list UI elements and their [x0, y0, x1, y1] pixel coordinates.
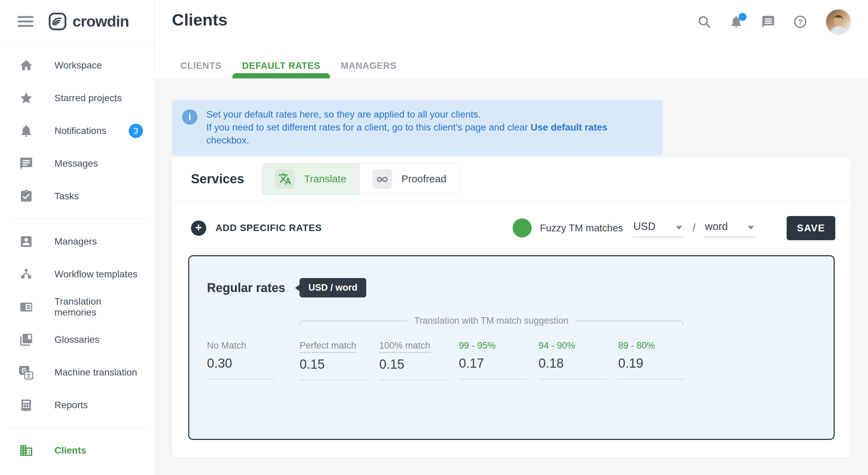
calculator-icon: [19, 398, 33, 412]
rate-col-94-90: 94 - 90% 0.18: [539, 340, 606, 381]
topbar-actions: ?: [697, 7, 852, 36]
tm-match-group-brace: Translation with TM match suggestion: [300, 321, 683, 326]
info-icon: i: [182, 109, 197, 125]
toolbar-right: Fuzzy TM matches USD / word SAVE: [504, 216, 835, 240]
services-heading: Services: [191, 172, 244, 186]
info-banner-text: Set your default rates here, so they are…: [206, 108, 653, 147]
chevron-down-icon: [748, 226, 754, 230]
rate-col-no-match: No Match 0.30: [207, 340, 274, 381]
bell-icon: [19, 124, 33, 138]
sidebar-item-notifications[interactable]: Notifications 3: [0, 114, 155, 147]
rate-input-no-match[interactable]: 0.30: [207, 356, 274, 371]
regular-rates-title: Regular rates: [207, 281, 285, 295]
tm-match-group-label: Translation with TM match suggestion: [414, 316, 568, 326]
search-icon[interactable]: [697, 15, 711, 29]
default-rates-card: Services Translate Proofread: [172, 157, 851, 458]
star-icon: [19, 91, 33, 105]
books-icon: [19, 333, 33, 347]
hamburger-menu-icon[interactable]: [18, 14, 33, 29]
main-area: Clients ?: [155, 0, 868, 475]
glasses-icon: [372, 169, 392, 189]
currency-select[interactable]: USD: [632, 218, 684, 238]
rate-col-99-95: 99 - 95% 0.17: [459, 340, 526, 381]
rate-input-perfect-match[interactable]: 0.15: [300, 357, 367, 372]
help-icon[interactable]: ?: [793, 15, 807, 29]
sidebar-item-managers[interactable]: Managers: [0, 225, 155, 258]
notifications-count-badge: 3: [129, 124, 143, 138]
services-row: Services Translate Proofread: [172, 157, 851, 201]
message-icon: [19, 156, 33, 171]
machine-translation-icon: G 文: [19, 365, 33, 380]
sidebar-item-clients[interactable]: Clients: [0, 434, 155, 467]
rate-input-99-95[interactable]: 0.17: [459, 356, 526, 371]
svg-text:?: ?: [798, 18, 802, 26]
page-title: Clients: [172, 10, 227, 29]
chevron-down-icon: [676, 226, 682, 230]
clipboard-check-icon: [19, 189, 33, 203]
translation-memory-icon: [19, 300, 33, 314]
notifications-bell-icon[interactable]: [729, 15, 743, 29]
workflow-icon: [19, 267, 33, 281]
info-banner: i Set your default rates here, so they a…: [172, 100, 663, 156]
page-header: Clients ?: [155, 0, 868, 79]
sidebar-item-starred-projects[interactable]: Starred projects: [0, 82, 155, 114]
sidebar-item-workflow-templates[interactable]: Workflow templates: [0, 258, 155, 291]
rates-grid: Translation with TM match suggestion No …: [207, 321, 816, 381]
chat-icon[interactable]: [761, 15, 775, 29]
sidebar-header: crowdin: [0, 0, 155, 43]
sidebar-item-glossaries[interactable]: Glossaries: [0, 323, 155, 356]
unit-select[interactable]: word: [704, 218, 755, 238]
rate-columns: No Match 0.30 Perfect match 0.15 100% ma…: [207, 340, 816, 381]
rate-input-100-match[interactable]: 0.15: [379, 357, 447, 372]
fuzzy-tm-toggle[interactable]: [504, 221, 530, 234]
sidebar-item-translation-memories[interactable]: Translation memories: [0, 291, 155, 323]
add-specific-rates-button[interactable]: + ADD SPECIFIC RATES: [191, 220, 322, 236]
rate-input-89-80[interactable]: 0.19: [618, 356, 686, 371]
sidebar-item-messages[interactable]: Messages: [0, 147, 155, 180]
rate-input-94-90[interactable]: 0.18: [539, 356, 606, 371]
regular-rates-panel: Regular rates USD / word Translation wit…: [188, 255, 835, 440]
service-translate-button[interactable]: Translate: [262, 164, 359, 195]
rate-col-89-80: 89 - 80% 0.19: [618, 340, 686, 381]
tab-clients[interactable]: CLIENTS: [171, 53, 231, 78]
fuzzy-tm-label: Fuzzy TM matches: [540, 223, 623, 234]
service-proofread-label: Proofread: [401, 173, 446, 185]
service-proofread-button[interactable]: Proofread: [359, 164, 459, 195]
sidebar-item-tasks[interactable]: Tasks: [0, 180, 155, 213]
rates-toolbar: + ADD SPECIFIC RATES Fuzzy TM matches US…: [172, 201, 851, 255]
sidebar-divider: [9, 219, 146, 219]
home-icon: [19, 58, 33, 73]
tab-bar: CLIENTS DEFAULT RATES MANAGERS: [171, 53, 406, 78]
user-avatar[interactable]: [825, 9, 852, 35]
rate-col-100-match: 100% match 0.15: [379, 340, 447, 381]
tab-managers[interactable]: MANAGERS: [331, 53, 406, 78]
sidebar: crowdin Workspace Starred projects Notif…: [0, 0, 155, 475]
tab-default-rates[interactable]: DEFAULT RATES: [232, 53, 330, 78]
crowdin-logo-icon: [48, 12, 67, 31]
rate-separator: /: [692, 222, 695, 234]
page-content: i Set your default rates here, so they a…: [155, 79, 868, 475]
sidebar-item-reports[interactable]: Reports: [0, 389, 155, 422]
sidebar-item-workspace[interactable]: Workspace: [0, 49, 155, 82]
crowdin-logo-text: crowdin: [73, 13, 129, 30]
unread-notification-dot: [739, 13, 746, 21]
service-switcher: Translate Proofread: [262, 163, 460, 195]
plus-icon: +: [191, 220, 206, 236]
add-specific-rates-label: ADD SPECIFIC RATES: [215, 223, 322, 233]
regular-rates-header: Regular rates USD / word: [207, 278, 816, 297]
currency-unit-badge: USD / word: [300, 278, 366, 297]
save-button[interactable]: SAVE: [787, 216, 835, 240]
rate-col-perfect-match: Perfect match 0.15: [300, 340, 367, 381]
crowdin-logo[interactable]: crowdin: [48, 12, 129, 31]
translate-icon: [275, 169, 295, 189]
building-icon: [19, 443, 33, 458]
sidebar-nav: Workspace Starred projects Notifications…: [0, 43, 155, 467]
service-translate-label: Translate: [304, 173, 346, 185]
sidebar-item-machine-translation[interactable]: G 文 Machine translation: [0, 356, 155, 389]
person-card-icon: [19, 234, 33, 249]
sidebar-divider: [9, 428, 146, 428]
